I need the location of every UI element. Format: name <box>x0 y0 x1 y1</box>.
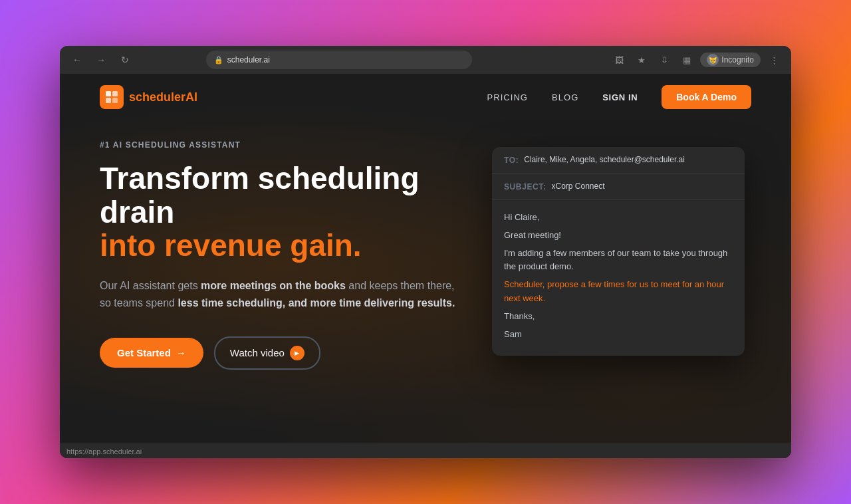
email-highlight: Scheduler, propose a few times for us to… <box>504 278 733 306</box>
hero-buttons: Get Started → Watch video ▶ <box>100 336 465 370</box>
svg-rect-3 <box>112 98 118 103</box>
url-text: scheduler.ai <box>227 55 270 64</box>
email-to-row: TO: Claire, Mike, Angela, scheduler@sche… <box>492 147 745 174</box>
hero-badge: #1 AI SCHEDULING ASSISTANT <box>100 140 465 150</box>
svg-rect-1 <box>112 91 118 96</box>
play-icon: ▶ <box>290 346 304 360</box>
bookmark-button[interactable]: ★ <box>632 51 651 69</box>
status-bar: https://app.scheduler.ai <box>60 443 791 458</box>
pricing-link[interactable]: PRICING <box>487 92 528 102</box>
hero-section: #1 AI SCHEDULING ASSISTANT Transform sch… <box>60 120 791 443</box>
address-bar[interactable]: 🔒 scheduler.ai <box>206 51 472 69</box>
back-button[interactable]: ← <box>68 51 86 69</box>
watch-video-button[interactable]: Watch video ▶ <box>214 336 320 370</box>
incognito-badge: 😿 Incognito <box>700 53 761 67</box>
logo-text: schedulerAI <box>129 90 197 104</box>
lock-icon: 🔒 <box>214 56 223 64</box>
hero-desc-text: Our AI assistant gets more meetings on t… <box>100 280 455 309</box>
browser-actions: 🖼 ★ ⇩ ▦ 😿 Incognito ⋮ <box>610 51 783 69</box>
logo[interactable]: schedulerAI <box>100 85 197 109</box>
hero-left: #1 AI SCHEDULING ASSISTANT Transform sch… <box>100 140 465 370</box>
hero-title: Transform scheduling drain into revenue … <box>100 162 465 263</box>
browser-chrome: ← → ↻ 🔒 scheduler.ai 🖼 ★ ⇩ ▦ 😿 Incognito… <box>60 46 791 74</box>
email-subject-row: SUBJECT: xCorp Connect <box>492 174 745 200</box>
status-url: https://app.scheduler.ai <box>66 447 142 455</box>
logo-icon <box>100 85 124 109</box>
email-subject-label: SUBJECT: <box>504 182 546 191</box>
hero-description: Our AI assistant gets more meetings on t… <box>100 277 465 313</box>
hero-title-main: Transform scheduling drain <box>100 161 420 229</box>
get-started-label: Get Started <box>117 347 171 358</box>
email-line1: Great meeting! <box>504 229 733 243</box>
forward-button[interactable]: → <box>92 51 110 69</box>
svg-rect-2 <box>106 98 111 103</box>
hero-title-highlight: into revenue gain. <box>100 228 362 263</box>
email-line2: I'm adding a few members of our team to … <box>504 247 733 275</box>
incognito-label: Incognito <box>721 55 754 64</box>
logo-text-accent: AI <box>185 90 197 104</box>
browser-window: ← → ↻ 🔒 scheduler.ai 🖼 ★ ⇩ ▦ 😿 Incognito… <box>60 46 791 458</box>
svg-rect-0 <box>106 91 111 96</box>
layout-button[interactable]: ▦ <box>677 51 696 69</box>
email-subject-value: xCorp Connect <box>551 182 604 191</box>
reload-button[interactable]: ↻ <box>116 51 134 69</box>
watch-video-label: Watch video <box>230 347 285 358</box>
email-sign-off: Thanks, <box>504 310 733 324</box>
email-to-value: Claire, Mike, Angela, scheduler@schedule… <box>524 155 685 164</box>
get-started-button[interactable]: Get Started → <box>100 338 203 368</box>
book-demo-button[interactable]: Book A Demo <box>662 85 751 109</box>
nav-links: PRICING BLOG SIGN IN Book A Demo <box>487 85 751 109</box>
email-to-label: TO: <box>504 155 519 165</box>
sign-in-link[interactable]: SIGN IN <box>602 92 638 102</box>
email-greeting: Hi Claire, <box>504 211 733 225</box>
email-body: Hi Claire, Great meeting! I'm adding a f… <box>492 200 745 356</box>
blog-link[interactable]: BLOG <box>552 92 578 102</box>
logo-text-main: scheduler <box>129 90 185 104</box>
email-signature: Sam <box>504 328 733 342</box>
menu-button[interactable]: ⋮ <box>765 51 783 69</box>
arrow-right-icon: → <box>176 347 186 358</box>
navbar: schedulerAI PRICING BLOG SIGN IN Book A … <box>60 74 791 120</box>
download-button[interactable]: ⇩ <box>655 51 673 69</box>
website-content: schedulerAI PRICING BLOG SIGN IN Book A … <box>60 74 791 458</box>
email-card: TO: Claire, Mike, Angela, scheduler@sche… <box>492 147 745 356</box>
incognito-avatar: 😿 <box>707 54 719 66</box>
cast-button[interactable]: 🖼 <box>610 51 628 69</box>
